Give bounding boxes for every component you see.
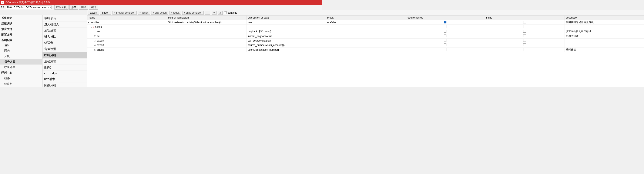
sidebar-sub-item[interactable]: SIP: [0, 43, 42, 48]
fs-dropdown[interactable]: 10.0.16.17-VM-16-17-centos<demo>: [6, 6, 52, 9]
main-toolbar: FS: 10.0.16.17-VM-16-17-centos<demo> 呼叫分…: [0, 5, 322, 10]
cell-name: ▾condition: [88, 20, 167, 25]
sidebar-sub-item[interactable]: 线路组: [0, 81, 42, 87]
cell-expr: call_source=dialplan: [246, 39, 322, 43]
cell-expr: user/${destination_number}: [246, 48, 322, 52]
sidebar-sub-item[interactable]: 排队: [0, 87, 42, 87]
cell-field: [167, 29, 246, 34]
add-button[interactable]: 添加: [69, 5, 78, 10]
middle-panel-item[interactable]: 通话录音: [42, 28, 87, 34]
continue-checkbox[interactable]: [224, 11, 227, 14]
middle-panel-item[interactable]: 舒适音: [42, 40, 87, 46]
table-row[interactable]: 1setringback=$${cn-ring}设置回铃音为中国标准: [88, 29, 322, 34]
middle-panel-item[interactable]: 质检测试: [42, 59, 87, 65]
table-row[interactable]: 2setinstant_ringback=true启用回铃音: [88, 34, 322, 39]
sidebar: 系统信息运维调试放音文件配置文件基础配置SIP网关分机拨号方案呼叫路由呼叫中心线…: [0, 15, 42, 87]
sidebar-sub-item[interactable]: 线路: [0, 76, 42, 81]
cell-name: 3export: [88, 39, 167, 43]
table-row[interactable]: ▾condition${cti_extension_exists(${desti…: [88, 20, 322, 25]
sidebar-group[interactable]: 配置文件: [0, 32, 42, 38]
middle-panel-item[interactable]: 音量设置: [42, 46, 87, 52]
import-button[interactable]: import: [100, 11, 111, 15]
col-header-expr: expression or data: [246, 16, 322, 20]
sidebar-group[interactable]: 呼叫中心: [0, 70, 42, 76]
main-layout: 系统信息运维调试放音文件配置文件基础配置SIP网关分机拨号方案呼叫路由呼叫中心线…: [0, 15, 322, 87]
minus-button[interactable]: —: [205, 11, 210, 15]
cell-expr: instant_ringback=true: [246, 34, 322, 39]
data-table: namefield or applicationexpression or da…: [87, 15, 322, 52]
export-button[interactable]: export: [88, 11, 99, 15]
table-row[interactable]: 5bridgeuser/${destination_number}呼叫分机: [88, 48, 322, 52]
call-split-button[interactable]: 呼叫分机: [54, 5, 68, 10]
cell-name: 5bridge: [88, 48, 167, 52]
fs-label: FS:: [1, 6, 5, 9]
sidebar-sub-item[interactable]: 网关: [0, 48, 42, 54]
cell-expr: true: [246, 20, 322, 25]
cell-expr: source_number=${cti_account()}: [246, 43, 322, 48]
move-up-button[interactable]: ∧: [218, 11, 223, 15]
col-header-field: field or application: [167, 16, 246, 20]
cell-expr: ringback=$${cn-ring}: [246, 29, 322, 34]
middle-panel-item[interactable]: cti_bridge: [42, 71, 87, 76]
middle-panel-item[interactable]: 被叫录音: [42, 15, 87, 22]
action-toolbar: export import + brother condition + acti…: [87, 10, 322, 15]
sidebar-group[interactable]: 放音文件: [0, 26, 42, 32]
anti-action-button[interactable]: + anti-action: [151, 11, 168, 15]
middle-panel-item[interactable]: 呼叫分机: [42, 52, 87, 59]
regex-button[interactable]: + regex: [170, 11, 181, 15]
sidebar-group[interactable]: 运维调试: [0, 21, 42, 26]
continue-label: continue: [228, 11, 237, 14]
action-button[interactable]: + action: [138, 11, 150, 15]
app-title: CCAdmin - 顶页通CTI接口客户端 1.0.9: [6, 1, 50, 4]
sidebar-sub-item[interactable]: 呼叫路由: [0, 65, 42, 70]
search-button[interactable]: 查找: [89, 5, 98, 10]
cell-field: ${cti_extension_exists(${destination_num…: [167, 20, 246, 25]
child-condition-button[interactable]: + child condition: [182, 11, 204, 15]
cell-field: [167, 34, 246, 39]
cell-name: ▾↓action: [88, 25, 167, 29]
table-row[interactable]: ▾↓action: [88, 25, 322, 29]
middle-panel-item[interactable]: INFO: [42, 65, 87, 71]
cell-field: [167, 25, 246, 29]
sidebar-sub-item[interactable]: 分机: [0, 54, 42, 59]
sidebar-group[interactable]: 基础配置: [0, 38, 42, 43]
cell-name: 2set: [88, 34, 167, 39]
table-row[interactable]: 4exportsource_number=${cti_account()}: [88, 43, 322, 48]
brother-condition-button[interactable]: + brother condition: [112, 11, 137, 15]
sidebar-group[interactable]: 系统信息: [0, 15, 42, 21]
toolbar-divider: [53, 6, 53, 9]
cell-field: [167, 48, 246, 52]
col-header-name: name: [88, 16, 167, 20]
right-content: namefield or applicationexpression or da…: [87, 15, 322, 87]
cell-field: [167, 39, 246, 43]
delete-button[interactable]: 删除: [79, 5, 88, 10]
cell-field: [167, 43, 246, 48]
cell-name: 4export: [88, 43, 167, 48]
app-icon: C: [1, 1, 4, 4]
middle-panel-item[interactable]: 回拨分机: [42, 82, 87, 87]
cell-name: 1set: [88, 29, 167, 34]
middle-panel-item[interactable]: http话术: [42, 76, 87, 82]
table-row[interactable]: 3exportcall_source=dialplan: [88, 39, 322, 43]
middle-panel-item[interactable]: 进入排队: [42, 34, 87, 40]
middle-panel: 被叫录音进入机器人通话录音进入排队舒适音音量设置呼叫分机质检测试INFOcti_…: [42, 15, 87, 87]
middle-panel-item[interactable]: 进入机器人: [42, 22, 87, 28]
cell-expr: [246, 25, 322, 29]
continue-row: continue: [224, 11, 237, 14]
move-down-button[interactable]: ∨: [212, 11, 216, 15]
sidebar-sub-item[interactable]: 拨号方案: [0, 59, 42, 65]
title-bar: C CCAdmin - 顶页通CTI接口客户端 1.0.9: [0, 0, 322, 5]
